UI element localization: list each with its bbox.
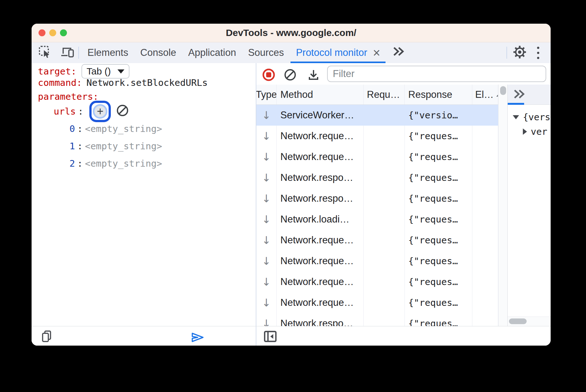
table-row[interactable]: ↓ Network.respo… {"reques…: [256, 313, 498, 326]
row-method: Network.reque…: [277, 146, 364, 167]
device-toolbar-button[interactable]: [59, 45, 76, 61]
tab-application[interactable]: Application: [182, 42, 242, 63]
table-row[interactable]: ↓ Network.respo… {"reques…: [256, 188, 498, 209]
row-request: [364, 188, 405, 209]
tree-item[interactable]: {vers: [513, 110, 551, 124]
column-header-type[interactable]: Type: [256, 85, 277, 104]
row-method: Network.reque…: [277, 251, 364, 271]
table-row[interactable]: ↓ Network.reque… {"reques…: [256, 230, 498, 251]
row-method: Network.respo…: [277, 313, 364, 326]
sidebar-horizontal-scrollbar[interactable]: [508, 317, 551, 326]
row-request: [364, 209, 405, 230]
record-button[interactable]: [260, 67, 277, 84]
protocol-monitor-panel: Type Method Requ… Response El… ↓ Service…: [256, 63, 551, 326]
table-row[interactable]: ↓ Network.reque… {"reques…: [256, 146, 498, 167]
close-window-button[interactable]: [39, 29, 45, 36]
url-entry-row[interactable]: 0 : <empty_string>: [69, 122, 162, 136]
table-row[interactable]: ↓ Network.reque… {"reques…: [256, 292, 498, 313]
chevron-down-icon: [117, 69, 124, 74]
row-response: {"reques…: [405, 230, 472, 251]
gear-icon: [513, 45, 527, 60]
copy-icon: [40, 329, 53, 345]
row-response: {"reques…: [405, 271, 472, 292]
kebab-menu-icon: [537, 47, 539, 59]
inspect-element-button[interactable]: [37, 45, 53, 61]
table-row[interactable]: ↓ Network.reque… {"reques…: [256, 271, 498, 292]
save-button[interactable]: [305, 67, 322, 84]
row-response: {"reques…: [405, 292, 472, 313]
filter-input[interactable]: [327, 66, 546, 82]
entry-value[interactable]: <empty_string>: [85, 141, 162, 151]
tab-protocol-monitor[interactable]: Protocol monitor ×: [290, 42, 386, 63]
row-elapsed: [472, 292, 498, 313]
delete-array-button[interactable]: [116, 104, 129, 119]
minimize-window-button[interactable]: [49, 29, 56, 36]
tab-elements[interactable]: Elements: [81, 42, 134, 63]
zoom-window-button[interactable]: [60, 29, 67, 36]
close-tab-icon[interactable]: ×: [373, 46, 380, 59]
row-method: Network.reque…: [277, 126, 364, 146]
row-elapsed: [472, 230, 498, 251]
column-header-elapsed-label: El…: [475, 89, 494, 100]
row-method: Network.loadi…: [277, 209, 364, 230]
scrollbar-thumb[interactable]: [509, 318, 527, 324]
tab-sources[interactable]: Sources: [242, 42, 290, 63]
entry-value[interactable]: <empty_string>: [85, 123, 162, 134]
table-row[interactable]: ↓ Network.loadi… {"reques…: [256, 209, 498, 230]
url-entry-row[interactable]: 2 : <empty_string>: [69, 157, 162, 170]
received-arrow-icon: ↓: [262, 234, 271, 246]
add-url-button[interactable]: +: [93, 104, 107, 119]
column-header-method[interactable]: Method: [277, 85, 364, 104]
traffic-lights: [39, 29, 67, 36]
table-row[interactable]: ↓ Network.respo… {"reques…: [256, 167, 498, 188]
received-arrow-icon: ↓: [262, 255, 271, 267]
tabbar-right-separator: [506, 47, 507, 59]
protocol-data-grid: Type Method Requ… Response El… ↓ Service…: [256, 85, 498, 326]
send-command-button[interactable]: [189, 330, 206, 346]
devtools-window: DevTools - www.google.com/ Elements Cons…: [32, 24, 551, 346]
bottom-bar: [32, 326, 551, 346]
more-options-button[interactable]: [530, 45, 546, 61]
entry-value[interactable]: <empty_string>: [85, 158, 162, 169]
editor-bottom-bar: [32, 326, 256, 346]
table-row[interactable]: ↓ Network.reque… {"reques…: [256, 251, 498, 271]
triangle-down-icon[interactable]: [513, 115, 519, 119]
table-row[interactable]: ↓ Network.reque… {"reques…: [256, 126, 498, 146]
table-row[interactable]: ↓ ServiceWorker… {"versio…: [256, 105, 498, 126]
command-value[interactable]: Network.setBlockedURLs: [87, 77, 208, 88]
response-json-tree: {vers ver: [508, 105, 551, 139]
entry-separator: :: [77, 158, 82, 169]
more-tabs-button[interactable]: [386, 42, 411, 63]
row-request: [364, 105, 405, 126]
urls-separator: :: [78, 106, 83, 117]
tree-item[interactable]: ver: [523, 124, 551, 139]
window-title: DevTools - www.google.com/: [32, 27, 551, 38]
clear-button[interactable]: [282, 67, 298, 84]
column-header-response[interactable]: Response: [405, 85, 472, 104]
row-elapsed: [472, 251, 498, 271]
tab-console[interactable]: Console: [134, 42, 182, 63]
row-request: [364, 126, 405, 146]
download-icon: [307, 68, 320, 83]
column-header-request[interactable]: Requ…: [364, 85, 405, 104]
entry-separator: :: [77, 123, 82, 134]
url-entry-row[interactable]: 1 : <empty_string>: [69, 139, 162, 153]
scrollbar-thumb[interactable]: [500, 86, 506, 95]
row-response: {"reques…: [405, 251, 472, 271]
inspect-cursor-icon: [39, 45, 51, 60]
hide-editor-button[interactable]: [262, 329, 278, 345]
settings-button[interactable]: [511, 45, 528, 61]
entry-index: 0: [69, 123, 75, 134]
expand-sidebar-button[interactable]: [511, 86, 527, 103]
grid-vertical-scrollbar[interactable]: [498, 85, 507, 326]
double-chevron-right-icon: [513, 89, 525, 101]
row-elapsed: [472, 188, 498, 209]
copy-command-button[interactable]: [39, 329, 55, 345]
column-header-elapsed[interactable]: El…: [472, 85, 498, 104]
block-icon: [116, 104, 129, 119]
row-request: [364, 167, 405, 188]
triangle-right-icon[interactable]: [523, 128, 527, 135]
collapse-panel-left-icon: [263, 329, 278, 345]
tree-item-text: ver: [531, 126, 547, 137]
row-elapsed: [472, 126, 498, 146]
